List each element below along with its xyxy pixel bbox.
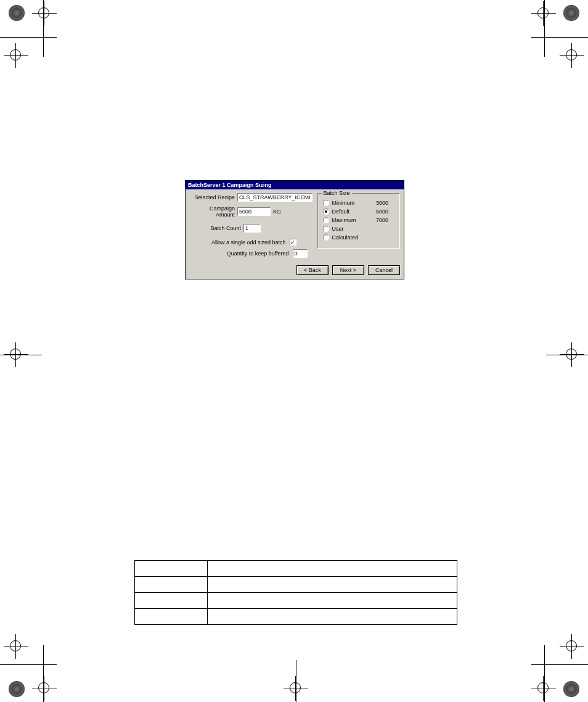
back-button[interactable]: < Back xyxy=(296,265,329,275)
table-row xyxy=(135,561,457,577)
regmark-dot-icon xyxy=(563,5,579,21)
crosshair-icon xyxy=(560,634,584,659)
regmark-top-right xyxy=(514,0,588,74)
crosshair-icon xyxy=(4,634,28,659)
selected-recipe-label: Selected Recipe xyxy=(189,194,235,200)
regmark-bottom-left xyxy=(0,628,74,702)
batch-count-label: Batch Count xyxy=(189,225,241,231)
radio-value: 7000 xyxy=(376,217,394,223)
radio-label: User xyxy=(332,226,376,232)
regmark-line xyxy=(0,37,57,38)
table-row xyxy=(135,577,457,593)
radio-label: Maximum xyxy=(332,217,376,223)
regmark-mid-left xyxy=(0,342,74,416)
selected-recipe-input[interactable] xyxy=(237,193,312,202)
radio-icon xyxy=(323,234,329,241)
table-cell xyxy=(208,561,457,577)
regmark-bottom-right xyxy=(514,628,588,702)
regmark-mid-right xyxy=(514,342,588,416)
regmark-line xyxy=(0,664,57,665)
regmark-dot-icon xyxy=(563,681,579,697)
dialog-title: BatchServer 1 Campaign Sizing xyxy=(188,182,272,188)
qty-buffered-input[interactable] xyxy=(293,249,308,258)
regmark-line xyxy=(43,645,44,702)
table-row xyxy=(135,609,457,625)
table-cell xyxy=(135,577,208,593)
next-button[interactable]: Next > xyxy=(332,265,364,275)
radio-value: 3000 xyxy=(376,200,394,206)
regmark-line xyxy=(0,355,42,355)
regmark-line xyxy=(43,0,44,57)
campaign-sizing-dialog: BatchServer 1 Campaign Sizing Selected R… xyxy=(185,180,404,279)
regmark-line xyxy=(544,0,545,57)
allow-odd-label: Allow a single odd sized batch xyxy=(211,239,286,246)
table-cell xyxy=(135,561,208,577)
batch-count-input[interactable] xyxy=(243,224,261,233)
batch-size-radio-user[interactable]: User xyxy=(323,226,394,232)
radio-value: 5000 xyxy=(376,209,394,215)
campaign-amount-input[interactable] xyxy=(237,207,271,216)
radio-icon xyxy=(323,226,329,232)
crosshair-icon xyxy=(531,676,556,701)
table-cell xyxy=(135,593,208,609)
dialog-titlebar: BatchServer 1 Campaign Sizing xyxy=(186,181,404,189)
regmark-line xyxy=(296,660,296,702)
campaign-amount-label: Campaign Amount xyxy=(189,205,235,218)
batch-size-radio-default[interactable]: Default5000 xyxy=(323,209,394,215)
regmark-line xyxy=(546,355,588,355)
regmark-bottom-center xyxy=(259,628,333,702)
batch-size-radio-minimum[interactable]: Minimum3000 xyxy=(323,200,394,206)
batch-size-legend: Batch Size xyxy=(322,190,352,196)
regmark-line xyxy=(531,664,588,665)
batch-size-radio-maximum[interactable]: Maximum7000 xyxy=(323,217,394,223)
radio-label: Minimum xyxy=(332,200,376,206)
crosshair-icon xyxy=(32,676,57,701)
batch-size-radio-calculated[interactable]: Calculated xyxy=(323,234,394,241)
table-cell xyxy=(135,609,208,625)
regmark-line xyxy=(544,645,545,702)
crosshair-icon xyxy=(32,1,57,26)
table-row xyxy=(135,593,457,609)
table-cell xyxy=(208,577,457,593)
regmark-line xyxy=(531,37,588,38)
crosshair-icon xyxy=(531,1,556,26)
radio-icon xyxy=(323,200,329,206)
batch-size-group: Batch Size Minimum3000Default5000Maximum… xyxy=(317,193,400,249)
radio-label: Default xyxy=(332,209,376,215)
regmark-dot-icon xyxy=(9,5,25,21)
crosshair-icon xyxy=(4,43,28,68)
data-table xyxy=(134,560,457,625)
regmark-top-left xyxy=(0,0,74,74)
qty-buffered-label: Quantity to keep buffered xyxy=(227,250,289,257)
table-cell xyxy=(208,609,457,625)
radio-icon xyxy=(323,217,329,223)
cancel-button[interactable]: Cancel xyxy=(368,265,400,275)
radio-label: Calculated xyxy=(332,234,376,241)
crosshair-icon xyxy=(560,43,584,68)
campaign-amount-unit: KG xyxy=(273,209,281,215)
regmark-dot-icon xyxy=(9,681,25,697)
table-cell xyxy=(208,593,457,609)
allow-odd-checkbox[interactable]: ✓ xyxy=(290,239,296,246)
radio-icon xyxy=(323,209,329,215)
